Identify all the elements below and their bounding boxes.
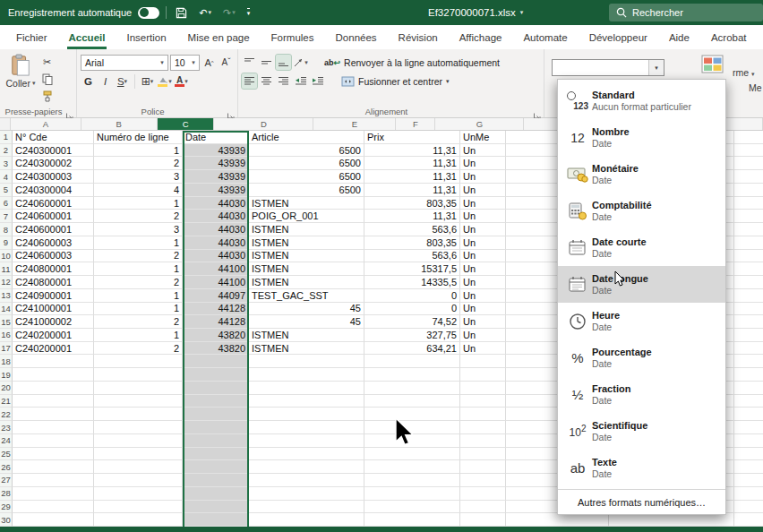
cell-B3[interactable]: 2 (94, 157, 183, 170)
cell-E15[interactable]: 74,52 (364, 315, 460, 329)
cell-D26[interactable] (249, 460, 364, 474)
underline-button[interactable]: S▾ (115, 73, 130, 89)
format-option-time[interactable]: HeureDate (558, 303, 725, 339)
tab-insertion[interactable]: Insertion (116, 25, 176, 49)
cell-B20[interactable] (94, 382, 183, 395)
cell-F7[interactable]: Un (460, 210, 506, 223)
cell-B10[interactable]: 2 (94, 250, 183, 263)
cell-E7[interactable]: 11,31 (364, 210, 460, 223)
cell-A1[interactable]: N° Cde (13, 131, 94, 144)
cell-A19[interactable] (13, 368, 94, 382)
cell-I9[interactable] (734, 236, 763, 250)
cell-I29[interactable] (734, 501, 763, 514)
cell-D10[interactable]: ISTMEN (249, 250, 364, 263)
row-header-28[interactable]: 28 (0, 487, 13, 501)
row-header-19[interactable]: 19 (0, 368, 13, 382)
cell-I7[interactable] (734, 210, 763, 223)
row-header-18[interactable]: 18 (0, 355, 13, 368)
column-header-D[interactable]: D (214, 118, 313, 130)
cell-E26[interactable] (364, 460, 460, 474)
cell-F24[interactable] (460, 434, 506, 448)
cell-C24[interactable] (183, 434, 249, 448)
row-header-15[interactable]: 15 (0, 315, 13, 329)
undo-button[interactable]: ↶▾ (196, 5, 214, 21)
cell-F1[interactable]: UnMe (460, 131, 506, 144)
document-title[interactable]: Ef3270000071.xlsx ▾ (428, 0, 523, 25)
cell-B29[interactable] (94, 501, 183, 514)
cell-C23[interactable] (183, 421, 249, 434)
cell-B8[interactable]: 3 (94, 223, 183, 236)
cell-E27[interactable] (364, 474, 460, 487)
increase-font-button[interactable]: A^ (201, 55, 217, 70)
cell-A17[interactable]: C240200001 (13, 342, 94, 356)
cell-I23[interactable] (734, 421, 763, 434)
cell-D14[interactable]: 45 (249, 303, 364, 316)
cell-E21[interactable] (364, 395, 460, 408)
cell-A10[interactable]: C240600003 (13, 250, 94, 263)
row-header-24[interactable]: 24 (0, 434, 13, 448)
increase-indent-button[interactable] (310, 73, 325, 89)
cell-I20[interactable] (734, 382, 763, 395)
cell-C27[interactable] (183, 474, 249, 487)
align-left-button[interactable] (242, 73, 257, 89)
cell-I25[interactable] (734, 448, 763, 461)
cell-D2[interactable]: 6500 (249, 144, 364, 158)
cell-E6[interactable]: 803,35 (364, 197, 460, 210)
row-header-7[interactable]: 7 (0, 210, 13, 223)
tab-formules[interactable]: Formules (261, 25, 325, 49)
cell-F19[interactable] (460, 368, 506, 382)
copy-button[interactable] (39, 72, 55, 87)
row-header-3[interactable]: 3 (0, 157, 13, 170)
cell-B4[interactable]: 3 (94, 170, 183, 184)
font-dialog-launcher[interactable] (227, 107, 235, 116)
cell-E3[interactable]: 11,31 (364, 157, 460, 170)
row-header-6[interactable]: 6 (0, 197, 13, 210)
cell-F5[interactable]: Un (460, 184, 506, 197)
row-header-25[interactable]: 25 (0, 448, 13, 461)
cell-B27[interactable] (94, 474, 183, 487)
row-header-4[interactable]: 4 (0, 170, 13, 184)
row-header-29[interactable]: 29 (0, 501, 13, 514)
cell-B16[interactable]: 1 (94, 329, 183, 342)
cell-D21[interactable] (249, 395, 364, 408)
cell-E20[interactable] (364, 382, 460, 395)
cell-D30[interactable] (249, 513, 364, 527)
column-header-E[interactable]: E (313, 118, 396, 130)
cell-D8[interactable]: ISTMEN (249, 223, 364, 236)
row-header-22[interactable]: 22 (0, 408, 13, 421)
cell-I30[interactable] (734, 513, 763, 527)
customize-qat-button[interactable]: ▾ (244, 6, 253, 19)
cell-F23[interactable] (460, 421, 506, 434)
cell-E1[interactable]: Prix (364, 131, 460, 144)
cell-E19[interactable] (364, 368, 460, 382)
cell-C13[interactable]: 44097 (183, 289, 249, 303)
cell-A25[interactable] (13, 448, 94, 461)
align-top-button[interactable] (242, 55, 257, 70)
format-option-percentage[interactable]: %PourcentageDate (558, 339, 725, 376)
cell-A20[interactable] (13, 382, 94, 395)
cell-E16[interactable]: 327,75 (364, 329, 460, 342)
cell-B9[interactable]: 1 (94, 236, 183, 250)
font-name-combo[interactable]: Arial ▾ (81, 55, 168, 71)
cell-I12[interactable] (734, 276, 763, 289)
cell-C20[interactable] (183, 382, 249, 395)
cell-F28[interactable] (460, 487, 506, 501)
format-option-short-date[interactable]: Date courteDate (558, 229, 725, 266)
format-painter-button[interactable] (39, 89, 55, 104)
cell-C19[interactable] (183, 368, 249, 382)
cell-D1[interactable]: Article (249, 131, 364, 144)
cell-I21[interactable] (734, 395, 763, 408)
alignment-dialog-launcher[interactable] (533, 107, 541, 116)
tab-révision[interactable]: Révision (388, 25, 449, 49)
cell-A18[interactable] (13, 355, 94, 368)
tab-fichier[interactable]: Fichier (5, 25, 58, 49)
cell-D9[interactable]: ISTMEN (249, 236, 364, 250)
row-header-12[interactable]: 12 (0, 276, 13, 289)
cell-D15[interactable]: 45 (249, 315, 364, 329)
row-header-9[interactable]: 9 (0, 236, 13, 250)
conditional-formatting-icon[interactable] (701, 54, 724, 75)
cell-C15[interactable]: 44128 (183, 315, 249, 329)
row-header-2[interactable]: 2 (0, 144, 13, 158)
cell-E25[interactable] (364, 448, 460, 461)
cell-D5[interactable]: 6500 (249, 184, 364, 197)
